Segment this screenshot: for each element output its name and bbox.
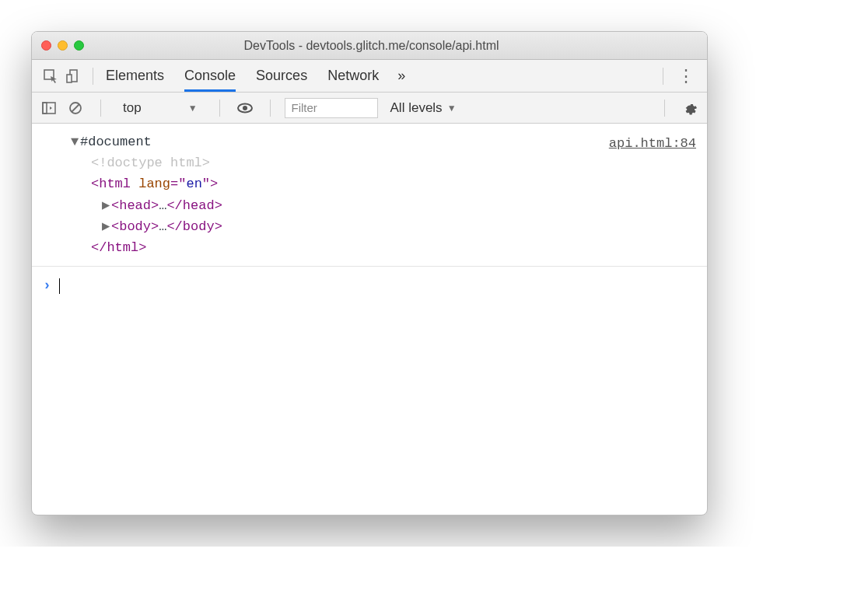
prompt-chevron-icon: › — [43, 274, 51, 297]
more-options-icon[interactable]: ⋮ — [673, 66, 699, 86]
tab-sources[interactable]: Sources — [256, 60, 307, 92]
dom-root-label: #document — [80, 135, 152, 149]
dom-doctype-row[interactable]: <!doctype html> — [43, 152, 696, 173]
divider — [93, 68, 93, 85]
live-expression-icon[interactable] — [234, 97, 256, 119]
chevron-down-icon: ▼ — [188, 103, 198, 114]
titlebar: DevTools - devtools.glitch.me/console/ap… — [32, 32, 707, 60]
window-title: DevTools - devtools.glitch.me/console/ap… — [45, 39, 698, 53]
panel-tabs: Elements Console Sources Network — [106, 60, 379, 92]
console-message: api.html:84 ▼#document <!doctype html> <… — [32, 128, 707, 267]
inspect-element-icon[interactable] — [40, 65, 61, 87]
chevron-down-icon: ▼ — [447, 103, 457, 114]
toggle-console-sidebar-icon[interactable] — [38, 97, 60, 119]
console-settings-icon[interactable] — [679, 97, 701, 119]
tab-elements[interactable]: Elements — [106, 60, 164, 92]
log-levels-selector[interactable]: All levels ▼ — [390, 100, 457, 116]
device-toolbar-icon[interactable] — [61, 65, 83, 87]
context-selector[interactable]: top ▼ — [115, 100, 205, 116]
dom-head-row[interactable]: ▶<head>…</head> — [43, 195, 696, 216]
devtools-window: DevTools - devtools.glitch.me/console/ap… — [31, 31, 708, 515]
divider — [664, 100, 665, 117]
svg-rect-4 — [43, 103, 47, 114]
log-levels-label: All levels — [390, 100, 443, 116]
filter-input[interactable] — [285, 98, 378, 118]
divider — [219, 100, 220, 117]
divider — [270, 100, 271, 117]
clear-console-icon[interactable] — [65, 97, 86, 119]
divider — [663, 68, 663, 85]
console-toolbar: top ▼ All levels ▼ — [32, 93, 707, 124]
console-prompt[interactable]: › — [32, 267, 707, 515]
text-cursor — [59, 278, 60, 294]
svg-rect-3 — [43, 103, 55, 114]
dom-body-row[interactable]: ▶<body>…</body> — [43, 216, 696, 237]
expand-toggle-icon[interactable]: ▶ — [102, 216, 111, 237]
context-label: top — [123, 100, 142, 116]
divider — [100, 100, 101, 117]
tab-network[interactable]: Network — [327, 60, 379, 92]
svg-rect-2 — [67, 75, 72, 82]
dom-html-open-row[interactable]: <html lang="en"> — [43, 173, 696, 194]
tabs-overflow-icon[interactable]: » — [397, 68, 405, 84]
svg-point-8 — [243, 106, 247, 110]
dom-root-row[interactable]: ▼#document — [43, 131, 696, 152]
tab-console[interactable]: Console — [184, 60, 236, 92]
expand-toggle-icon[interactable]: ▶ — [102, 195, 111, 216]
svg-line-6 — [72, 104, 79, 112]
dom-html-close-row[interactable]: </html> — [43, 237, 696, 258]
main-tabbar: Elements Console Sources Network » ⋮ — [32, 60, 707, 93]
expand-toggle-icon[interactable]: ▼ — [71, 131, 80, 152]
console-output: api.html:84 ▼#document <!doctype html> <… — [32, 124, 707, 515]
source-link[interactable]: api.html:84 — [609, 133, 696, 154]
